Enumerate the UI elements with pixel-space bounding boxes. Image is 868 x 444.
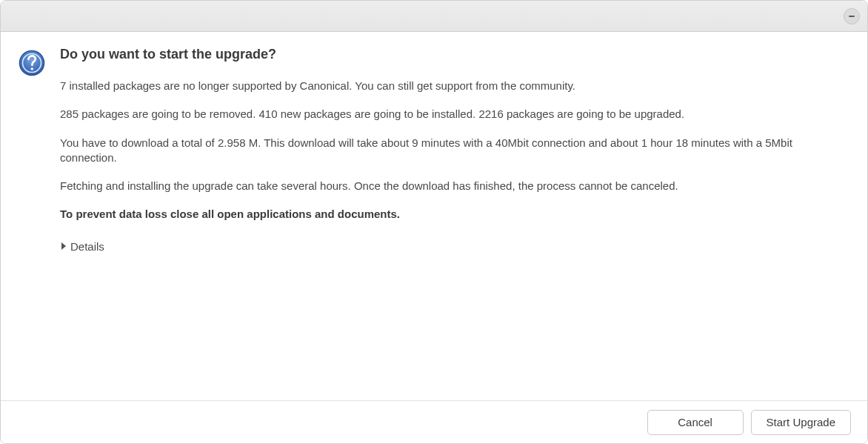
dialog-button-bar: Cancel Start Upgrade — [1, 400, 867, 443]
details-label: Details — [70, 240, 104, 253]
minimize-button[interactable] — [844, 8, 860, 24]
download-size-text: You have to download a total of 2.958 M.… — [60, 136, 851, 166]
details-expander[interactable]: Details — [60, 240, 104, 253]
titlebar — [1, 1, 867, 32]
svg-point-2 — [31, 67, 34, 70]
question-icon — [17, 48, 47, 78]
data-loss-warning-text: To prevent data loss close all open appl… — [60, 207, 851, 222]
package-changes-text: 285 packages are going to be removed. 41… — [60, 107, 851, 122]
start-upgrade-button[interactable]: Start Upgrade — [751, 410, 851, 435]
unsupported-packages-text: 7 installed packages are no longer suppo… — [60, 79, 851, 93]
cancel-button[interactable]: Cancel — [647, 410, 744, 435]
dialog-heading: Do you want to start the upgrade? — [60, 47, 851, 62]
minimize-icon — [849, 16, 855, 17]
install-time-warning-text: Fetching and installing the upgrade can … — [60, 179, 851, 193]
chevron-right-icon — [60, 242, 67, 250]
dialog-content: Do you want to start the upgrade? 7 inst… — [1, 32, 867, 400]
upgrade-dialog-window: Do you want to start the upgrade? 7 inst… — [0, 0, 868, 444]
